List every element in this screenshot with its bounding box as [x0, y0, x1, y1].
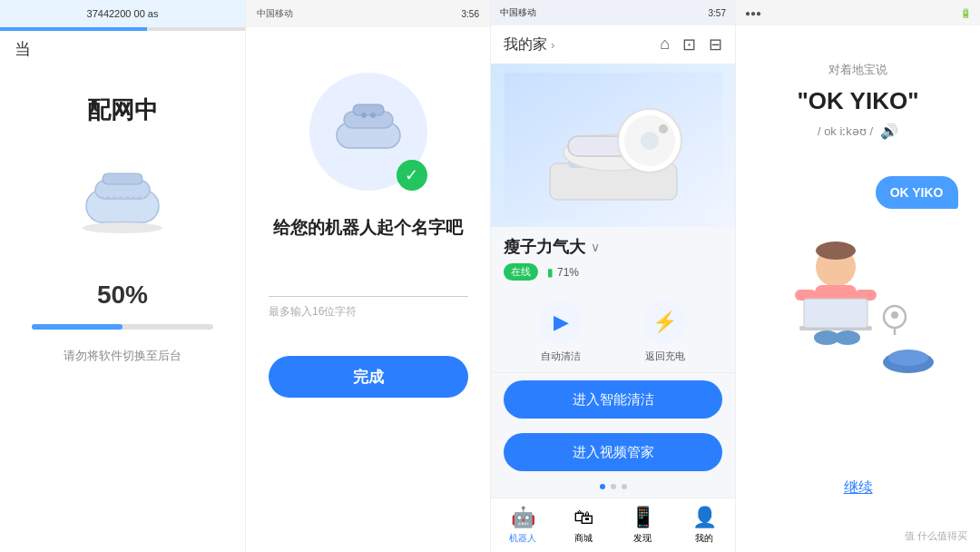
battery-percent: 71%	[557, 266, 579, 279]
progress-fill	[32, 324, 122, 330]
speech-bubble: OK YIKO	[876, 176, 958, 209]
page-indicator	[491, 478, 735, 495]
discover-nav-icon: 📱	[631, 506, 655, 529]
svg-point-3	[83, 222, 162, 233]
video-manager-button[interactable]: 进入视频管家	[504, 433, 722, 471]
nav-shop[interactable]: 🛍 商城	[573, 506, 593, 545]
dot-2	[611, 484, 616, 489]
robot-3d-icon: ✓	[309, 73, 427, 191]
settings-icon[interactable]: ⊟	[709, 34, 722, 54]
svg-point-20	[816, 242, 856, 260]
panel-voice-assistant: ●●● 🔋 对着地宝说 "OK YIKO" / ok iːkəʊ / 🔊 OK …	[735, 0, 980, 552]
success-badge: ✓	[397, 160, 427, 191]
device-status-row: 在线 ▮ 71%	[491, 263, 735, 291]
svg-rect-7	[353, 104, 384, 115]
voice-title: "OK YIKO"	[798, 87, 919, 115]
robot-svg-1	[68, 163, 177, 244]
speaker-icon[interactable]: 🔊	[880, 123, 898, 140]
clean-icon: ▶	[539, 301, 583, 344]
online-badge: 在线	[504, 263, 538, 281]
device-name-label: 瘦子力气大	[504, 236, 585, 258]
svg-rect-2	[103, 173, 142, 184]
robot-nav-label: 机器人	[509, 532, 536, 545]
done-button[interactable]: 完成	[269, 356, 468, 398]
device-chevron: ∨	[591, 240, 600, 254]
status-bar-2: 中国移动 3:56	[246, 0, 490, 27]
nav-mine[interactable]: 👤 我的	[692, 506, 717, 545]
robot-animation	[68, 163, 177, 244]
robot-name-input[interactable]	[269, 267, 468, 297]
page-title-1: 配网中	[87, 94, 158, 126]
svg-point-17	[641, 132, 659, 150]
continue-button[interactable]: 继续	[844, 478, 873, 498]
svg-rect-25	[804, 299, 867, 328]
time-label-3: 3:57	[709, 8, 726, 18]
back-button[interactable]: 当	[0, 31, 245, 67]
mine-nav-label: 我的	[695, 532, 713, 545]
svg-point-9	[370, 113, 376, 118]
progress-bar	[32, 324, 213, 330]
naming-title: 给您的机器人起个名字吧	[273, 216, 463, 240]
robot-image-area	[491, 64, 735, 227]
shop-nav-label: 商城	[574, 532, 593, 545]
mine-nav-icon: 👤	[692, 506, 717, 529]
battery-indicator: ▮ 71%	[547, 266, 579, 279]
smart-clean-button[interactable]: 进入智能清洁	[504, 380, 722, 419]
hint-text: 请勿将软件切换至后台	[64, 348, 181, 364]
input-hint: 最多输入16位字符	[269, 304, 357, 320]
action-clean[interactable]: ▶ 自动清洁	[539, 301, 583, 363]
svg-point-27	[835, 330, 860, 345]
watermark-label: 值 什么值得买	[905, 529, 967, 543]
svg-point-31	[891, 311, 898, 319]
panel-network-config: 37442200 00 as 当 配网中 50% 请勿将软件切换至后台	[0, 0, 245, 552]
panel-robot-naming: 中国移动 3:56 ✓ 给您的机器人起个名字吧 最多输入16位字符 完成	[245, 0, 490, 552]
shop-nav-icon: 🛍	[573, 506, 593, 529]
discover-nav-label: 发现	[633, 532, 652, 545]
illustration-svg	[759, 194, 958, 376]
status-bar-text-1: 37442200 00 as	[87, 8, 159, 19]
dot-3	[622, 484, 627, 489]
status-bar-1: 37442200 00 as	[0, 0, 245, 27]
carrier-label-3: 中国移动	[500, 6, 536, 19]
nav-discover[interactable]: 📱 发现	[631, 506, 655, 545]
status-bar-4: ●●● 🔋	[736, 0, 980, 25]
status-left-4: ●●●	[745, 8, 761, 18]
svg-point-18	[659, 124, 668, 133]
home-title: 我的家 ›	[504, 35, 554, 54]
robot-3d-svg	[328, 95, 409, 168]
svg-point-8	[361, 113, 367, 118]
quick-action-row: ▶ 自动清洁 ⚡ 返回充电	[491, 291, 735, 373]
battery-icon: ▮	[547, 266, 554, 279]
charge-label: 返回充电	[645, 350, 685, 363]
chevron-icon: ›	[551, 38, 554, 52]
robot-nav-icon: 🤖	[511, 506, 535, 529]
home-icon[interactable]: ⌂	[660, 34, 670, 54]
dot-1	[600, 484, 605, 489]
top-navigation: 我的家 › ⌂ ⊡ ⊟	[491, 25, 735, 64]
device-name-row: 瘦子力气大 ∨	[491, 227, 735, 263]
voice-subtitle: 对着地宝说	[828, 62, 887, 78]
voice-illustration: OK YIKO	[750, 158, 967, 376]
robot-home-svg	[505, 73, 722, 218]
action-charge[interactable]: ⚡ 返回充电	[643, 301, 687, 363]
nav-robot[interactable]: 🤖 机器人	[509, 506, 536, 545]
voice-phonetic: / ok iːkəʊ / 🔊	[818, 123, 898, 140]
status-right-4: 🔋	[960, 8, 971, 18]
svg-point-29	[888, 350, 928, 366]
progress-percent: 50%	[97, 281, 148, 310]
panel-my-home: 中国移动 3:57 我的家 › ⌂ ⊡ ⊟	[490, 0, 735, 552]
charge-icon: ⚡	[643, 301, 687, 344]
clean-label: 自动清洁	[541, 350, 581, 363]
carrier-label: 中国移动	[257, 7, 293, 20]
time-label-2: 3:56	[462, 9, 479, 19]
share-icon[interactable]: ⊡	[682, 34, 696, 54]
status-bar-3: 中国移动 3:57	[491, 0, 735, 25]
nav-icon-group: ⌂ ⊡ ⊟	[660, 34, 722, 54]
bottom-navigation: 🤖 机器人 🛍 商城 📱 发现 👤 我的	[491, 498, 735, 552]
